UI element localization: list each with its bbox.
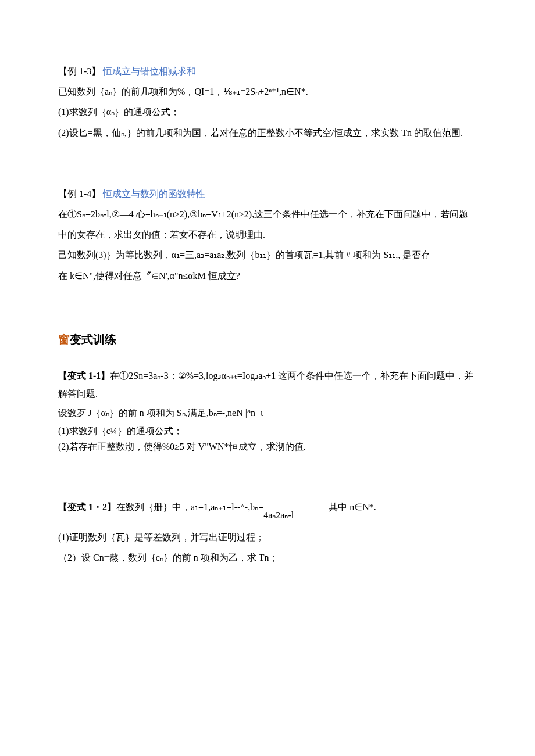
example-1-4-heading: 【例 1-4】 恒成立与数列的函数特性 (58, 184, 477, 204)
var11-line4: (2)若存在正整数沏，使得%0≥5 对 V"WN*恒成立，求沏的值. (58, 439, 477, 454)
var11-label: 【变式 1-1】 (58, 371, 110, 381)
example-1-4-title: 恒成立与数列的函数特性 (103, 189, 205, 199)
ex14-line1: 在①Sₙ=2bₙ-l,②—4 心=hₙ₋₁(n≥2),③bₙ=V₁+2(n≥2)… (58, 204, 477, 245)
example-1-3-heading: 【例 1-3】 恒成立与错位相减求和 (58, 61, 477, 81)
ex14-line3: 在 k∈N",使得对任意〞∈N',α"n≤αkM 恒成立? (58, 266, 477, 286)
ex13-line1: 已知数列｛aₙ｝的前几项和为%，QI=1，⅟₈₊₁=2Sₙ+2ⁿ⁺¹,n∈N*. (58, 81, 477, 102)
ex13-line2: (1)求数列｛αₙ｝的通项公式； (58, 102, 477, 122)
var11-line1-text: 在①2Sn=3aₙ-3；②%=3,log₃αₙ₊ₜ=Iog₃aₙ+1 这两个条件… (58, 371, 473, 399)
var12-line3: （2）设 Cn=熬，数列｛cₙ｝的前 n 项和为乙，求 Tn； (58, 547, 477, 568)
var12-line1a: 在数列｛册｝中，a₁=1,aₙ₊₁=l--^-,bₙ= (116, 502, 263, 512)
example-1-3-label: 【例 1-3】 (58, 66, 101, 76)
var12-frac: 4aₙ2aₙ-l (263, 504, 294, 527)
section-heading: 窗变式训练 (58, 327, 477, 352)
var11-line3: (1)求数列｛c¼｝的通项公式； (58, 423, 477, 439)
var12-line1: 【变式 1・2】在数列｛册｝中，a₁=1,aₙ₊₁=l--^-,bₙ=4aₙ2a… (58, 496, 477, 527)
ex13-line3: (2)设匕=黑，仙ₙ,｝的前几项和为国，若对任意的正整数小不等式空/恒成立，求实… (58, 123, 477, 143)
var12-label: 【变式 1・2】 (58, 502, 116, 512)
var12-line1b: 其中 n∈N*. (329, 502, 376, 512)
section-word: 窗 (58, 333, 70, 346)
example-1-4-label: 【例 1-4】 (58, 189, 101, 199)
example-1-3-title: 恒成立与错位相减求和 (103, 66, 196, 76)
var11-line2: 设数歹|J｛αₙ｝的前 n 项和为 Sₙ,满足,bₙ=-,neN |ᵃn+ι (58, 403, 477, 423)
var11-line1: 【变式 1-1】在①2Sn=3aₙ-3；②%=3,log₃αₙ₊ₜ=Iog₃aₙ… (58, 367, 477, 403)
var12-line2: (1)证明数列｛瓦｝是等差数列，并写出证明过程； (58, 527, 477, 547)
section-rest: 变式训练 (70, 333, 116, 346)
ex14-line2: 己知数列(3)｝为等比数列，α₁=三,a₃=a₁a₂,数列｛b₁₁｝的首项瓦=1… (58, 245, 477, 265)
